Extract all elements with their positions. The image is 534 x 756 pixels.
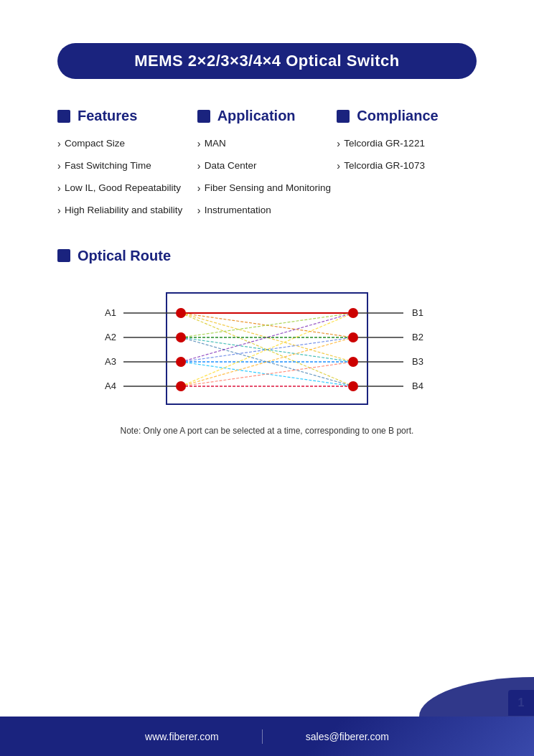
footer-website: www.fiberer.com	[145, 731, 219, 742]
application-list: MAN Data Center Fiber Sensing and Monito…	[197, 137, 337, 218]
port-b3-label: B3	[412, 356, 423, 367]
optical-route-header: Optical Route	[57, 248, 477, 264]
diagram-note: Note: Only one A port can be selected at…	[57, 426, 477, 436]
features-icon	[57, 110, 70, 123]
port-a4-label: A4	[105, 381, 116, 391]
footer-email: sales@fiberer.com	[306, 731, 389, 742]
list-item: MAN	[197, 137, 337, 151]
port-b1-label: B1	[412, 307, 423, 318]
svg-point-31	[348, 357, 358, 367]
svg-point-32	[348, 381, 358, 391]
features-header: Features	[57, 108, 197, 124]
application-section: Application MAN Data Center Fiber Sensin…	[197, 108, 337, 226]
svg-point-27	[176, 357, 186, 367]
port-b4-label: B4	[412, 381, 423, 391]
port-a1-label: A1	[105, 307, 116, 318]
list-item: Telcordia GR-1221	[337, 137, 477, 151]
svg-point-26	[176, 332, 186, 342]
compliance-header: Compliance	[337, 108, 477, 124]
list-item: Low IL, Good Repeatability	[57, 182, 197, 195]
list-item: Fast Switching Time	[57, 159, 197, 173]
footer: www.fiberer.com sales@fiberer.com	[0, 717, 534, 756]
compliance-title: Compliance	[357, 108, 438, 124]
optical-route-icon	[57, 249, 70, 262]
footer-divider	[262, 729, 263, 744]
title-banner: MEMS 2×2/3×3/4×4 Optical Switch	[57, 43, 477, 79]
page-title: MEMS 2×2/3×3/4×4 Optical Switch	[79, 52, 455, 70]
application-header: Application	[197, 108, 337, 124]
svg-point-29	[348, 308, 358, 318]
features-section: Features Compact Size Fast Switching Tim…	[57, 108, 197, 226]
svg-rect-0	[167, 293, 367, 404]
list-item: Compact Size	[57, 137, 197, 151]
list-item: Data Center	[197, 159, 337, 173]
optical-route-section: Optical Route	[57, 248, 477, 436]
port-b2-label: B2	[412, 332, 423, 342]
svg-point-25	[176, 308, 186, 318]
optical-route-title: Optical Route	[78, 248, 171, 264]
diagram-container: A1 A2 A3 A4 B1 B2 B3 B4	[57, 286, 477, 411]
list-item: Instrumentation	[197, 204, 337, 218]
compliance-icon	[337, 110, 350, 123]
svg-point-28	[176, 381, 186, 391]
sections-row: Features Compact Size Fast Switching Tim…	[57, 108, 477, 226]
port-a2-label: A2	[105, 332, 116, 342]
application-title: Application	[217, 108, 296, 124]
page-number: 1	[508, 690, 534, 716]
svg-point-30	[348, 332, 358, 342]
list-item: High Reliability and stability	[57, 204, 197, 218]
features-list: Compact Size Fast Switching Time Low IL,…	[57, 137, 197, 218]
port-a3-label: A3	[105, 356, 116, 367]
compliance-section: Compliance Telcordia GR-1221 Telcordia G…	[337, 108, 477, 226]
features-title: Features	[78, 108, 137, 124]
list-item: Fiber Sensing and Monitoring	[197, 182, 337, 195]
compliance-list: Telcordia GR-1221 Telcordia GR-1073	[337, 137, 477, 173]
optical-route-diagram: A1 A2 A3 A4 B1 B2 B3 B4	[95, 286, 439, 411]
application-icon	[197, 110, 210, 123]
list-item: Telcordia GR-1073	[337, 159, 477, 173]
